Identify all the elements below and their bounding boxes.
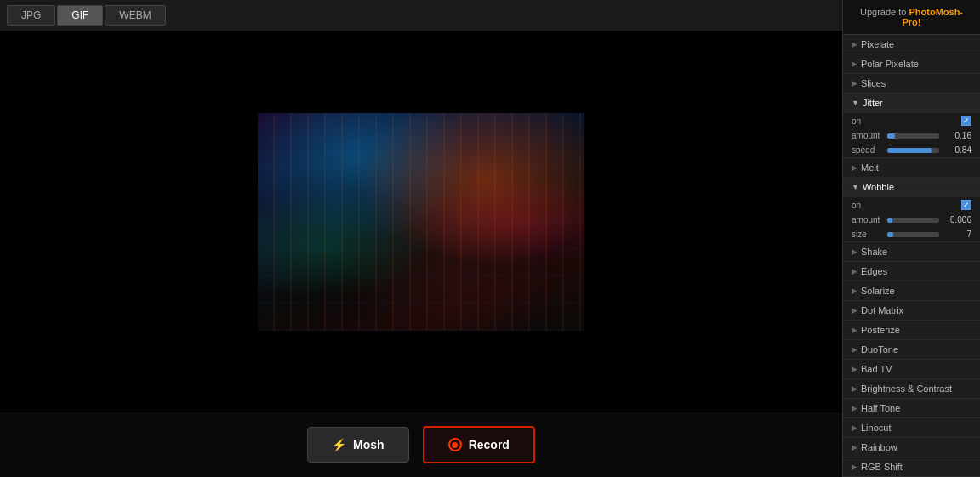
- arrow-icon: ▶: [852, 287, 858, 295]
- wobble-amount-value: 0.006: [944, 215, 971, 224]
- effect-linocut[interactable]: ▶ Linocut: [843, 418, 980, 438]
- upgrade-text: Upgrade to: [860, 7, 909, 17]
- wobble-amount-row: amount 0.006: [843, 213, 980, 227]
- wobble-on-checkbox[interactable]: [961, 200, 971, 210]
- effect-label: Edges: [861, 266, 887, 276]
- tabs-bar: JPG GIF WEBM: [0, 0, 842, 31]
- wobble-amount-slider[interactable]: [887, 218, 939, 223]
- effect-posterize[interactable]: ▶ Posterize: [843, 321, 980, 340]
- arrow-icon: ▶: [852, 40, 858, 48]
- effect-label: Rainbow: [861, 442, 897, 452]
- effect-pixelate[interactable]: ▶ Pixelate: [843, 35, 980, 54]
- amount-label: amount: [852, 215, 882, 224]
- arrow-icon: ▼: [852, 99, 859, 107]
- arrow-icon: ▶: [852, 60, 858, 68]
- effect-rainbow[interactable]: ▶ Rainbow: [843, 438, 980, 457]
- on-label: on: [852, 201, 882, 210]
- arrow-icon: ▶: [852, 463, 858, 471]
- arrow-icon: ▶: [852, 326, 858, 334]
- record-button[interactable]: Record: [423, 426, 535, 463]
- wobble-size-slider[interactable]: [887, 232, 939, 237]
- tab-gif[interactable]: GIF: [57, 5, 103, 26]
- arrow-icon: ▼: [852, 183, 859, 191]
- speed-label: speed: [852, 145, 882, 155]
- effect-wobble[interactable]: ▼ Wobble: [843, 178, 980, 197]
- arrow-icon: ▶: [852, 384, 858, 393]
- effect-rgb-shift[interactable]: ▶ RGB Shift: [843, 457, 980, 477]
- jitter-on-checkbox[interactable]: [961, 116, 971, 126]
- arrow-icon: ▶: [852, 404, 858, 412]
- arrow-icon: ▶: [852, 443, 858, 451]
- tab-webm[interactable]: WEBM: [105, 5, 165, 26]
- effect-label: Shake: [861, 247, 887, 257]
- effect-brightness-contrast[interactable]: ▶ Brightness & Contrast: [843, 379, 980, 399]
- effect-edges[interactable]: ▶ Edges: [843, 262, 980, 281]
- effect-label: Posterize: [861, 325, 900, 335]
- jitter-speed-row: speed 0.84: [843, 143, 980, 157]
- arrow-icon: ▶: [852, 247, 858, 256]
- jitter-speed-slider[interactable]: [887, 148, 939, 153]
- size-label: size: [852, 230, 882, 239]
- effect-label: Dot Matrix: [861, 305, 903, 315]
- jitter-amount-value: 0.16: [944, 131, 971, 140]
- jitter-amount-slider[interactable]: [887, 133, 939, 139]
- effect-shake[interactable]: ▶ Shake: [843, 242, 980, 262]
- record-circle-icon: [448, 438, 462, 451]
- jitter-amount-row: amount 0.16: [843, 128, 980, 143]
- effect-solarize[interactable]: ▶ Solarize: [843, 281, 980, 301]
- lightning-icon: ⚡: [332, 438, 346, 451]
- jitter-speed-fill: [887, 148, 932, 153]
- arrow-icon: ▶: [852, 306, 858, 315]
- effect-melt[interactable]: ▶ Melt: [843, 158, 980, 178]
- arrow-icon: ▶: [852, 163, 858, 172]
- bottom-controls: ⚡ Mosh Record: [0, 412, 842, 477]
- arrow-icon: ▶: [852, 423, 858, 432]
- effect-slices[interactable]: ▶ Slices: [843, 74, 980, 94]
- pro-label: PhotoMosh-Pro!: [903, 7, 964, 27]
- wobble-section: on amount 0.006 size 7: [843, 197, 980, 242]
- effect-label: Wobble: [863, 182, 894, 192]
- effect-half-tone[interactable]: ▶ Half Tone: [843, 399, 980, 418]
- jitter-on-row: on: [843, 113, 980, 128]
- on-label: on: [852, 116, 882, 126]
- effect-label: Pixelate: [861, 39, 894, 49]
- city-scene-graphic: [258, 113, 584, 331]
- jitter-speed-value: 0.84: [944, 145, 971, 155]
- arrow-icon: ▶: [852, 267, 858, 275]
- tab-jpg[interactable]: JPG: [7, 5, 55, 26]
- main-area: JPG GIF WEBM ⚡ Mosh Record: [0, 0, 842, 477]
- wobble-amount-fill: [887, 218, 892, 223]
- preview-canvas: [258, 113, 584, 331]
- effect-duotone[interactable]: ▶ DuoTone: [843, 340, 980, 360]
- arrow-icon: ▶: [852, 345, 858, 354]
- effect-label: Bad TV: [861, 364, 892, 374]
- wobble-on-row: on: [843, 197, 980, 213]
- amount-label: amount: [852, 131, 882, 140]
- wobble-size-row: size 7: [843, 227, 980, 241]
- effect-dot-matrix[interactable]: ▶ Dot Matrix: [843, 301, 980, 321]
- mosh-button[interactable]: ⚡ Mosh: [307, 427, 409, 463]
- effect-label: RGB Shift: [861, 462, 903, 472]
- effect-polar-pixelate[interactable]: ▶ Polar Pixelate: [843, 54, 980, 74]
- effect-label: Half Tone: [861, 403, 900, 413]
- effect-jitter[interactable]: ▼ Jitter: [843, 94, 980, 113]
- effect-label: Slices: [861, 78, 886, 88]
- effect-label: Jitter: [863, 98, 883, 108]
- jitter-amount-fill: [887, 133, 895, 139]
- record-label: Record: [469, 438, 510, 451]
- right-panel: Upgrade to PhotoMosh-Pro! ▶ Pixelate ▶ P…: [842, 0, 980, 477]
- jitter-section: on amount 0.16 speed 0.84: [843, 113, 980, 158]
- wobble-size-value: 7: [944, 230, 971, 239]
- effect-label: DuoTone: [861, 344, 898, 355]
- effect-label: Brightness & Contrast: [861, 383, 952, 394]
- effect-label: Solarize: [861, 286, 895, 296]
- arrow-icon: ▶: [852, 365, 858, 373]
- wobble-size-fill: [887, 232, 893, 237]
- effect-bad-tv[interactable]: ▶ Bad TV: [843, 360, 980, 379]
- mosh-label: Mosh: [353, 438, 385, 451]
- effect-label: Polar Pixelate: [861, 59, 919, 69]
- arrow-icon: ▶: [852, 79, 858, 88]
- image-area: [0, 31, 842, 412]
- effect-label: Linocut: [861, 423, 891, 433]
- upgrade-banner[interactable]: Upgrade to PhotoMosh-Pro!: [843, 0, 980, 35]
